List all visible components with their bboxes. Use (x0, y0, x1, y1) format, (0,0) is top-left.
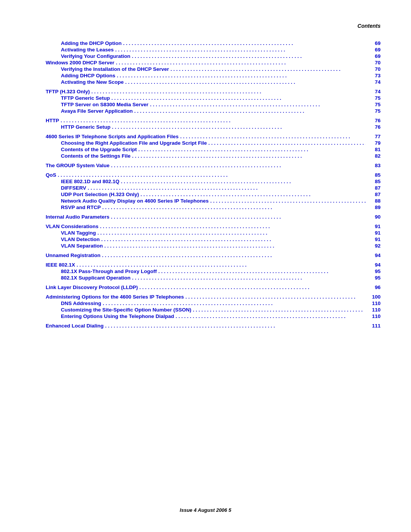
toc-dots-group-system-value: . . . . . . . . . . . . . . . . . . . . … (111, 163, 366, 168)
toc-page-vlan-considerations: 91 (367, 224, 381, 229)
toc-link-tftp-server-s8300[interactable]: TFTP Server on S8300 Media Server (30, 102, 148, 107)
toc-link-entering-options[interactable]: Entering Options Using the Telephone Dia… (30, 313, 174, 319)
toc-link-contents-settings-file[interactable]: Contents of the Settings File (30, 153, 131, 159)
toc-row: Contents of the Settings File . . . . . … (30, 153, 381, 159)
toc-link-802x-supplicant[interactable]: 802.1X Supplicant Operation (30, 275, 131, 281)
toc-row: VLAN Separation . . . . . . . . . . . . … (30, 243, 381, 249)
toc-link-vlan-detection[interactable]: VLAN Detection (30, 236, 100, 242)
toc-dots-choosing-right-app: . . . . . . . . . . . . . . . . . . . . … (209, 140, 366, 146)
toc-dots-verifying-install-dhcp: . . . . . . . . . . . . . . . . . . . . … (170, 66, 366, 72)
toc-link-tftp-h323[interactable]: TFTP (H.323 Only) (30, 89, 90, 94)
toc-link-link-layer[interactable]: Link Layer Discovery Protocol (LLDP) (30, 284, 138, 290)
toc-dots-vlan-considerations: . . . . . . . . . . . . . . . . . . . . … (100, 224, 366, 229)
toc-dots-verifying-config: . . . . . . . . . . . . . . . . . . . . … (132, 53, 366, 59)
page-footer: Issue 4 August 2006 5 (0, 507, 411, 513)
toc-link-udp-port[interactable]: UDP Port Selection (H.323 Only) (30, 192, 139, 197)
toc-link-windows-2000-dhcp[interactable]: Windows 2000 DHCP Server (30, 60, 114, 66)
toc-row: Network Audio Quality Display on 4600 Se… (30, 198, 381, 204)
toc-gap (30, 291, 381, 294)
toc-link-http[interactable]: HTTP (30, 118, 59, 123)
toc-row: UDP Port Selection (H.323 Only) . . . . … (30, 192, 381, 197)
toc-row: HTTP . . . . . . . . . . . . . . . . . .… (30, 118, 381, 123)
toc-link-adding-dhcp-option[interactable]: Adding the DHCP Option (30, 40, 121, 46)
toc-dots-adding-dhcp-option: . . . . . . . . . . . . . . . . . . . . … (123, 40, 366, 46)
toc-page-entering-options: 110 (367, 313, 381, 319)
toc-link-administering-options[interactable]: Administering Options for the 4600 Serie… (30, 294, 184, 300)
toc-link-contents-upgrade-script[interactable]: Contents of the Upgrade Script (30, 147, 137, 152)
toc-page-diffserv: 87 (367, 185, 381, 191)
toc-row: QoS . . . . . . . . . . . . . . . . . . … (30, 172, 381, 178)
toc-row: Verifying Your Configuration . . . . . .… (30, 53, 381, 59)
toc-page-802x-pass-through: 95 (367, 268, 381, 274)
toc-link-customizing-sson[interactable]: Customizing the Site-Specific Option Num… (30, 307, 191, 313)
toc-row: Link Layer Discovery Protocol (LLDP) . .… (30, 284, 381, 290)
header-contents-label: Contents (357, 23, 381, 29)
toc-page-4600-series-scripts: 77 (367, 134, 381, 139)
toc-link-internal-audio[interactable]: Internal Audio Parameters (30, 214, 110, 220)
toc-page-ieee-802: 85 (367, 179, 381, 184)
toc-dots-activating-new-scope: . . . . . . . . . . . . . . . . . . . . … (125, 79, 366, 85)
toc-link-4600-series-scripts[interactable]: 4600 Series IP Telephone Scripts and App… (30, 134, 178, 139)
toc-gap (30, 281, 381, 284)
toc-gap (30, 160, 381, 163)
toc-row: TFTP Server on S8300 Media Server . . . … (30, 102, 381, 107)
toc-page-qos: 85 (367, 172, 381, 178)
toc-page-group-system-value: 83 (367, 163, 381, 168)
toc-gap (30, 211, 381, 214)
toc-link-choosing-right-app[interactable]: Choosing the Right Application File and … (30, 140, 207, 146)
toc-page-activating-leases: 69 (367, 47, 381, 53)
toc-row: IEEE 802.1D and 802.1Q . . . . . . . . .… (30, 179, 381, 184)
toc-page-tftp-server-s8300: 75 (367, 102, 381, 107)
toc-link-avaya-file-server[interactable]: Avaya File Server Application (30, 108, 133, 114)
toc-dots-activating-leases: . . . . . . . . . . . . . . . . . . . . … (115, 47, 366, 53)
toc-dots-entering-options: . . . . . . . . . . . . . . . . . . . . … (176, 313, 366, 319)
toc-page-verifying-install-dhcp: 70 (367, 66, 381, 72)
toc-link-http-generic-setup[interactable]: HTTP Generic Setup (30, 124, 110, 130)
toc-dots-contents-settings-file: . . . . . . . . . . . . . . . . . . . . … (132, 153, 366, 159)
toc-link-qos[interactable]: QoS (30, 172, 56, 178)
toc-dots-vlan-separation: . . . . . . . . . . . . . . . . . . . . … (104, 243, 366, 249)
toc-dots-http-generic-setup: . . . . . . . . . . . . . . . . . . . . … (112, 124, 366, 130)
toc-page-dns-addressing: 110 (367, 300, 381, 306)
toc-row: Choosing the Right Application File and … (30, 140, 381, 146)
toc-row: The GROUP System Value . . . . . . . . .… (30, 163, 381, 168)
toc-page-choosing-right-app: 79 (367, 140, 381, 146)
toc-link-activating-leases[interactable]: Activating the Leases (30, 47, 114, 53)
toc-row: HTTP Generic Setup . . . . . . . . . . .… (30, 124, 381, 130)
toc-link-802x-pass-through[interactable]: 802.1X Pass-Through and Proxy Logoff (30, 268, 157, 274)
toc-page-tftp-h323: 74 (367, 89, 381, 94)
toc-page-enhanced-local-dialing: 111 (367, 323, 381, 329)
toc-link-verifying-install-dhcp[interactable]: Verifying the Installation of the DHCP S… (30, 66, 169, 72)
toc-link-vlan-separation[interactable]: VLAN Separation (30, 243, 103, 249)
toc-page-unnamed-registration: 94 (367, 252, 381, 258)
toc-link-adding-dhcp-options[interactable]: Adding DHCP Options (30, 73, 115, 78)
toc-row: DIFFSERV . . . . . . . . . . . . . . . .… (30, 185, 381, 191)
toc-link-group-system-value[interactable]: The GROUP System Value (30, 163, 110, 168)
toc-link-activating-new-scope[interactable]: Activating the New Scope (30, 79, 124, 85)
toc-link-unnamed-registration[interactable]: Unnamed Registration (30, 252, 100, 258)
toc-dots-windows-2000-dhcp: . . . . . . . . . . . . . . . . . . . . … (116, 60, 366, 66)
toc-link-tftp-generic-setup[interactable]: TFTP Generic Setup (30, 95, 110, 101)
toc-link-network-audio[interactable]: Network Audio Quality Display on 4600 Se… (30, 198, 209, 204)
toc-dots-unnamed-registration: . . . . . . . . . . . . . . . . . . . . … (102, 252, 366, 258)
toc-row: VLAN Tagging . . . . . . . . . . . . . .… (30, 230, 381, 236)
toc-link-rsvp-rtcp[interactable]: RSVP and RTCP (30, 204, 101, 210)
toc-page-contents-upgrade-script: 81 (367, 147, 381, 152)
toc-row: VLAN Considerations . . . . . . . . . . … (30, 224, 381, 229)
toc-link-verifying-config[interactable]: Verifying Your Configuration (30, 53, 131, 59)
toc-dots-enhanced-local-dialing: . . . . . . . . . . . . . . . . . . . . … (105, 323, 366, 329)
toc-link-vlan-considerations[interactable]: VLAN Considerations (30, 224, 99, 229)
toc-gap (30, 249, 381, 252)
toc-page-802x-supplicant: 95 (367, 275, 381, 281)
toc-dots-rsvp-rtcp: . . . . . . . . . . . . . . . . . . . . … (102, 204, 366, 210)
toc-row: Adding the DHCP Option . . . . . . . . .… (30, 40, 381, 46)
toc-dots-customizing-sson: . . . . . . . . . . . . . . . . . . . . … (193, 307, 366, 313)
toc-dots-internal-audio: . . . . . . . . . . . . . . . . . . . . … (111, 214, 366, 220)
toc-link-vlan-tagging[interactable]: VLAN Tagging (30, 230, 96, 236)
toc-link-ieee-802[interactable]: IEEE 802.1D and 802.1Q (30, 179, 119, 184)
toc-link-diffserv[interactable]: DIFFSERV (30, 185, 86, 191)
toc-gap (30, 259, 381, 262)
toc-link-enhanced-local-dialing[interactable]: Enhanced Local Dialing (30, 323, 104, 329)
toc-link-dns-addressing[interactable]: DNS Addressing (30, 300, 101, 306)
toc-link-ieee-802x[interactable]: IEEE 802.1X (30, 262, 75, 268)
